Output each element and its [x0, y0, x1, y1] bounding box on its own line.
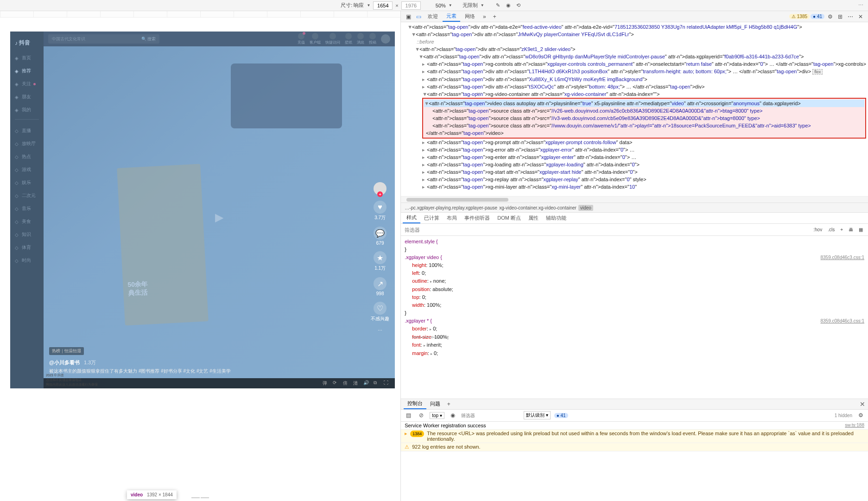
header-item[interactable]: 投稿: [369, 33, 376, 45]
hot-tag[interactable]: 热榜｜恒温恒湿: [49, 347, 84, 355]
volume-icon[interactable]: 🔊: [363, 380, 370, 387]
pip-icon[interactable]: ⧉: [374, 380, 380, 387]
rotate-icon[interactable]: ⟲: [515, 2, 522, 9]
tab-elements[interactable]: 元素: [443, 11, 460, 22]
sidebar-item[interactable]: ◇知识: [10, 228, 44, 241]
header-item[interactable]: 消息: [357, 33, 364, 45]
breadcrumb-item[interactable]: xg-video-container.xg-video-container: [499, 205, 577, 210]
styles-subtab[interactable]: 辅助功能: [542, 213, 570, 223]
sidebar-item[interactable]: ◇二次元: [10, 189, 44, 202]
close-icon[interactable]: ✕: [856, 12, 865, 21]
eye-icon[interactable]: ◉: [505, 2, 512, 9]
source-link[interactable]: 8359.c08d46c3.css:1: [820, 317, 864, 325]
tab-network[interactable]: 网络: [461, 11, 479, 22]
tab-console[interactable]: 控制台: [404, 399, 426, 409]
video-player[interactable]: 50余年 典生活 ▶: [44, 46, 395, 388]
console-hidden-row[interactable]: ⚠ 922 log entries are not shown.: [401, 443, 868, 451]
panel-drag-handle[interactable]: ⋯: [475, 90, 483, 96]
sidebar-item[interactable]: ◇时尚: [10, 254, 44, 267]
dislike-button[interactable]: ♡ 不感兴趣: [371, 302, 389, 322]
device-toggle-icon[interactable]: ▭: [414, 12, 423, 21]
share-button[interactable]: ↗ 998: [374, 277, 386, 296]
favorite-button[interactable]: ★ 1.1万: [374, 251, 386, 272]
styles-subtab[interactable]: 事件侦听器: [461, 213, 494, 223]
sidebar-item[interactable]: ◇体育: [10, 241, 44, 254]
user-avatar[interactable]: [381, 34, 390, 44]
fullscreen-icon[interactable]: ⛶: [384, 380, 390, 387]
loop-icon[interactable]: ⟳: [333, 380, 339, 387]
width-input[interactable]: [373, 1, 393, 10]
console-log-row[interactable]: Service Worker registration success sw.t…: [401, 422, 868, 430]
source-link[interactable]: 8359.c08d46c3.css:1: [820, 254, 864, 261]
video-feed[interactable]: 50余年 典生活 ▶ +: [44, 46, 395, 388]
more-icon[interactable]: ⋯: [846, 12, 855, 21]
header-item[interactable]: 壁纸: [345, 33, 352, 45]
speed-icon[interactable]: 倍: [343, 380, 349, 387]
sidebar-item[interactable]: ◈首页: [10, 51, 44, 64]
clear-icon[interactable]: ⊘: [417, 411, 426, 420]
log-source[interactable]: sw.ts:188: [845, 423, 864, 428]
play-icon[interactable]: ▶: [215, 211, 223, 224]
comment-button[interactable]: 💬 679: [374, 227, 386, 246]
info-badge[interactable]: ● 41: [811, 14, 824, 19]
gear-icon[interactable]: ⚙: [856, 411, 865, 420]
plus-icon[interactable]: +: [839, 227, 844, 232]
throttle-select[interactable]: 无限制: [463, 2, 478, 9]
resize-handle[interactable]: [191, 497, 209, 500]
styles-subtab[interactable]: 已计算: [420, 213, 443, 223]
like-button[interactable]: ♥ 3.7万: [374, 201, 386, 221]
sidebar-item[interactable]: ◇娱乐: [10, 176, 44, 189]
elements-tree[interactable]: ▼<attr-n">class="tag-open">div attr-n">d…: [401, 22, 868, 196]
quality-icon[interactable]: 清: [353, 380, 360, 387]
eye-icon[interactable]: ◉: [448, 411, 457, 420]
gear-icon[interactable]: ⚙: [825, 12, 835, 21]
console-warn-row[interactable]: ▸ 1384 The resource <URL> was preloaded …: [401, 430, 868, 443]
context-select[interactable]: top ▾: [430, 412, 444, 419]
cls-toggle[interactable]: .cls: [826, 227, 836, 232]
chevron-down-icon[interactable]: ▼: [481, 3, 484, 7]
plus-icon[interactable]: +: [490, 12, 499, 21]
height-input[interactable]: [401, 1, 421, 10]
styles-subtab[interactable]: 属性: [525, 213, 542, 223]
flex-icon[interactable]: ▦: [857, 227, 864, 232]
styles-subtab[interactable]: 布局: [443, 213, 461, 223]
eyedropper-icon[interactable]: ✎: [494, 2, 502, 9]
level-select[interactable]: 默认级别 ▾: [524, 411, 551, 419]
warning-badge[interactable]: ⚠ 1385: [789, 14, 810, 19]
search-input[interactable]: 中国古代文化常识 🔍 搜索: [48, 34, 159, 44]
sidebar-item[interactable]: ◇美食: [10, 215, 44, 228]
breadcrumb-item[interactable]: …-pc.xgplayer-playing.replay.xgplayer-pa…: [405, 205, 497, 210]
plus-icon[interactable]: +: [444, 400, 453, 409]
styles-subtab[interactable]: DOM 断点: [494, 213, 525, 223]
chevron-down-icon[interactable]: ▼: [367, 3, 370, 7]
sidebar-item[interactable]: ◈朋友: [10, 90, 44, 103]
hov-toggle[interactable]: :hov: [812, 227, 824, 232]
sidebar-toggle-icon[interactable]: ▤: [404, 411, 413, 420]
header-item[interactable]: 客户端: [310, 33, 321, 45]
tab-welcome[interactable]: 欢迎: [424, 11, 442, 22]
sidebar-item[interactable]: ◇热点: [10, 150, 44, 163]
close-icon[interactable]: ✕: [860, 400, 865, 408]
zoom-level[interactable]: 50%: [436, 3, 446, 8]
chevron-right-icon[interactable]: ▸: [405, 431, 407, 442]
highlighted-node[interactable]: ▼<attr-n">class="tag-open">video class a…: [422, 98, 866, 139]
douyin-logo[interactable]: 抖音: [10, 36, 44, 50]
sidebar-item[interactable]: ◈我的: [10, 103, 44, 116]
dom-breadcrumb[interactable]: …-pc.xgplayer-playing.replay.xgplayer-pa…: [401, 203, 868, 213]
dock-icon[interactable]: ⊞: [836, 12, 845, 21]
more-button[interactable]: ⋯: [378, 328, 382, 333]
tab-issues[interactable]: 问题: [426, 399, 444, 409]
sidebar-item[interactable]: ◇放映厅: [10, 137, 44, 150]
sidebar-item[interactable]: ◈推荐: [10, 64, 44, 77]
console-body[interactable]: Service Worker registration success sw.t…: [401, 422, 868, 501]
print-icon[interactable]: 🖶: [847, 227, 855, 232]
issue-badge[interactable]: ● 41: [554, 413, 568, 418]
header-item[interactable]: 充值: [298, 33, 305, 45]
header-item[interactable]: 快捷访问: [325, 33, 340, 45]
breadcrumb-item[interactable]: video: [578, 205, 593, 211]
more-tabs-icon[interactable]: »: [480, 12, 489, 21]
danmu-icon[interactable]: 弹: [323, 380, 329, 387]
follow-plus-icon[interactable]: +: [377, 191, 383, 197]
styles-subtab[interactable]: 样式: [403, 213, 420, 223]
styles-filter-input[interactable]: [405, 227, 809, 233]
